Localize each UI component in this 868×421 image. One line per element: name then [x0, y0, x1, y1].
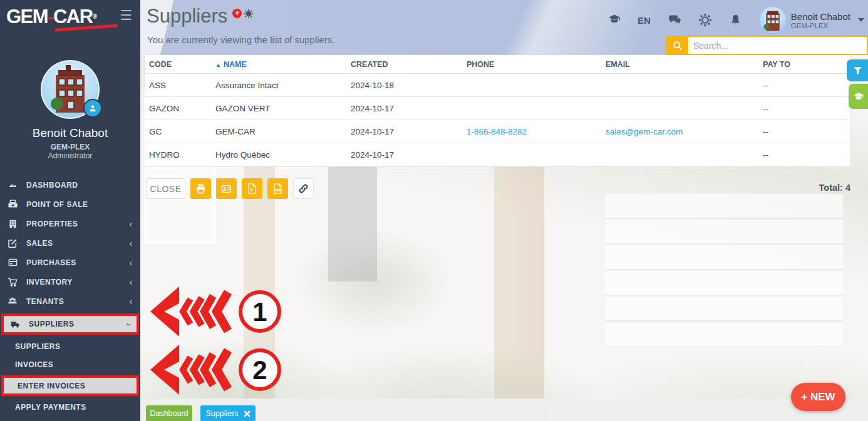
svg-text:X: X — [250, 188, 253, 192]
sidebar-item-label: SALES — [26, 239, 53, 248]
tab-label: Dashboard — [150, 409, 188, 418]
sidebar-subitem-invoices[interactable]: INVOICES — [0, 355, 140, 373]
id-card-icon — [220, 184, 232, 194]
column-header-name[interactable]: ▲NAME — [212, 60, 347, 69]
credit-card-icon — [6, 258, 19, 268]
table-row[interactable]: GAZON GAZON VERT 2024-10-17 -- — [145, 97, 850, 120]
logo-text: GEM-CAR® — [6, 6, 96, 28]
table-row[interactable]: HYDRO Hydro Québec 2024-10-17 -- — [145, 143, 850, 166]
subitem-label: SUPPLIERS — [15, 342, 61, 351]
column-header-created[interactable]: CREATED — [347, 60, 463, 69]
cell-name: Assurance Intact — [212, 81, 347, 90]
sidebar-item-label: DASHBOARD — [26, 181, 78, 190]
cell-code: HYDRO — [145, 150, 212, 160]
hamburger-menu-icon[interactable]: ☰ — [118, 8, 134, 24]
cell-code: GAZON — [145, 104, 212, 113]
sort-asc-icon: ▲ — [215, 62, 221, 68]
cell-name: GAZON VERT — [212, 104, 347, 113]
gauge-icon — [6, 180, 19, 190]
add-supplier-icon[interactable]: + — [232, 9, 242, 18]
user-avatar[interactable] — [41, 60, 100, 119]
annotation-arrow-step-1: 1 — [149, 285, 299, 338]
users-icon — [6, 297, 19, 307]
column-header-pay-to[interactable]: PAY TO — [759, 60, 850, 69]
column-header-email[interactable]: EMAIL — [602, 60, 759, 69]
cell-code: GC — [145, 127, 212, 136]
sidebar-item-suppliers[interactable]: SUPPLIERS ‹ — [1, 313, 139, 335]
sidebar-subitem-suppliers[interactable]: SUPPLIERS — [0, 337, 140, 355]
main-content: Suppliers + You are currently viewing th… — [140, 0, 868, 421]
export-excel-button[interactable]: X — [242, 178, 262, 199]
annotation-step-number: 1 — [252, 297, 267, 327]
building-icon — [6, 219, 19, 229]
cell-pay-to: -- — [759, 81, 850, 90]
sidebar-item-tenants[interactable]: TENANTS ‹ — [0, 292, 140, 311]
tab-label: Suppliers — [205, 409, 238, 418]
cash-register-icon — [6, 200, 19, 210]
settings-gear-icon[interactable] — [698, 13, 712, 27]
export-pdf-button[interactable]: PDF — [267, 178, 288, 199]
sidebar-item-inventory[interactable]: INVENTORY ‹ — [0, 272, 140, 292]
close-tab-icon[interactable] — [244, 410, 251, 417]
cell-name: GEM-CAR — [212, 127, 347, 136]
tab-dashboard[interactable]: Dashboard — [146, 405, 192, 421]
print-button[interactable] — [190, 178, 211, 199]
chat-icon[interactable] — [668, 13, 681, 27]
filter-button[interactable] — [847, 59, 868, 81]
sidebar-subitem-enter-invoices[interactable]: ENTER INVOICES — [1, 375, 139, 396]
close-button[interactable]: CLOSE — [146, 178, 185, 199]
sidebar-item-properties[interactable]: PROPERTIES ‹ — [0, 214, 140, 233]
cell-email-link[interactable]: sales@gem-car.com — [602, 127, 759, 136]
topbar-user-menu[interactable]: Benoit Chabot GEM-PLEX — [760, 7, 864, 33]
sidebar-item-label: POINT OF SALE — [26, 200, 88, 209]
table-row[interactable]: ASS Assurance Intact 2024-10-18 -- — [145, 74, 850, 97]
search-bar — [666, 36, 868, 55]
cell-pay-to: -- — [759, 104, 850, 113]
file-pdf-icon: PDF — [273, 183, 282, 194]
topbar-avatar — [760, 7, 786, 33]
export-contacts-button[interactable] — [216, 178, 237, 199]
table-header-row: CODE ▲NAME CREATED PHONE EMAIL PAY TO — [145, 55, 850, 74]
table-row[interactable]: GC GEM-CAR 2024-10-17 1-866-848-8282 sal… — [145, 120, 850, 143]
funnel-icon — [853, 66, 862, 75]
tab-suppliers[interactable]: Suppliers — [200, 405, 256, 421]
sidebar-subitem-invoices-images[interactable]: INVOICES IMAGES — [0, 416, 140, 421]
sidebar-item-label: INVENTORY — [26, 278, 73, 287]
notifications-bell-icon[interactable] — [729, 13, 743, 27]
column-header-code[interactable]: CODE — [145, 60, 212, 69]
search-input[interactable] — [688, 37, 867, 54]
sidebar: GEM-CAR® ☰ — [0, 0, 140, 421]
academy-cap-icon[interactable] — [607, 13, 621, 27]
cell-code: ASS — [145, 81, 212, 90]
cell-name: Hydro Québec — [212, 150, 347, 160]
sidebar-item-dashboard[interactable]: DASHBOARD — [0, 175, 140, 195]
truck-icon — [9, 319, 21, 329]
search-icon[interactable] — [667, 37, 688, 54]
table-toolbar: CLOSE X PDF — [146, 178, 314, 199]
cart-icon — [6, 277, 19, 287]
page-settings-gear-icon[interactable] — [244, 9, 254, 19]
printer-icon — [195, 183, 206, 194]
person-badge-icon — [83, 99, 102, 118]
cell-created: 2024-10-17 — [347, 127, 463, 136]
cell-phone-link[interactable]: 1-866-848-8282 — [463, 127, 602, 136]
sidebar-item-sales[interactable]: SALES ‹ — [0, 233, 140, 253]
sidebar-user-name: Benoit Chabot — [0, 126, 140, 140]
language-selector[interactable]: EN — [638, 15, 651, 26]
file-excel-icon: X — [247, 183, 257, 194]
link-icon — [298, 183, 309, 194]
sidebar-subitem-apply-payments[interactable]: APPLY PAYMENTS — [0, 398, 140, 416]
total-count: Total: 4 — [819, 183, 850, 193]
academy-button[interactable] — [849, 84, 868, 109]
new-supplier-button[interactable]: + NEW — [791, 383, 845, 411]
topbar-user-name: Benoit Chabot — [791, 11, 850, 22]
sidebar-menu: DASHBOARD POINT OF SALE PROPERTIES ‹ SAL… — [0, 175, 140, 421]
sidebar-user-org: GEM-PLEX — [0, 143, 140, 151]
sidebar-item-point-of-sale[interactable]: POINT OF SALE — [0, 195, 140, 214]
column-header-phone[interactable]: PHONE — [463, 60, 602, 69]
chevron-left-icon: ‹ — [130, 257, 133, 268]
copy-link-button[interactable] — [293, 178, 314, 199]
sidebar-item-purchases[interactable]: PURCHASES ‹ — [0, 253, 140, 272]
chevron-down-icon: ‹ — [122, 322, 133, 326]
chevron-left-icon: ‹ — [130, 296, 133, 307]
